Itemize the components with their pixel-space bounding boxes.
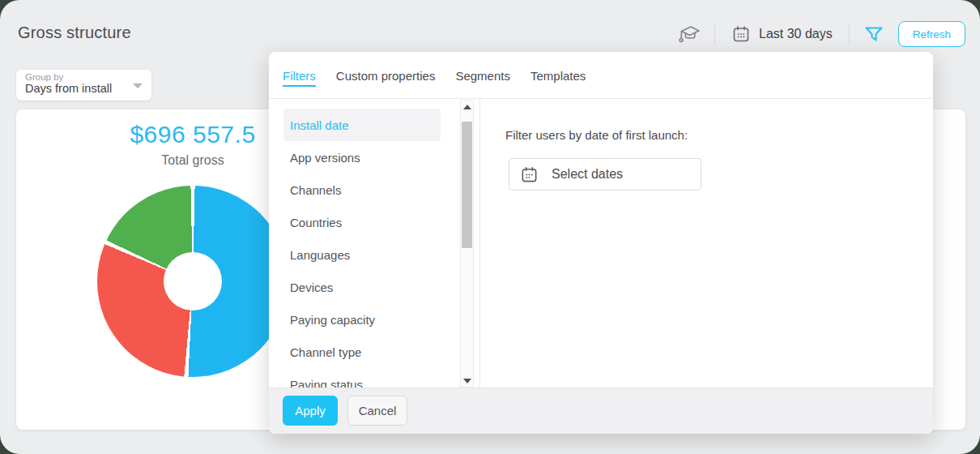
select-dates-button[interactable]: Select dates (509, 158, 701, 191)
filter-funnel-icon[interactable] (861, 21, 887, 47)
tab-segments[interactable]: Segments (455, 64, 510, 87)
group-by-dropdown[interactable]: Group by Days from install (16, 70, 151, 101)
calendar-icon (520, 165, 539, 184)
filter-list-scrollbar[interactable] (460, 100, 474, 388)
scrollbar-track[interactable] (461, 113, 473, 375)
tab-filters[interactable]: Filters (283, 64, 316, 87)
scrollbar-thumb[interactable] (462, 122, 472, 248)
app-window: Gross structure La (0, 0, 980, 454)
filter-item-channel-type[interactable]: Channel type (283, 336, 441, 368)
scroll-up-arrow-icon[interactable] (461, 101, 473, 113)
filter-item-app-versions[interactable]: App versions (283, 141, 441, 173)
date-range-label: Last 30 days (759, 27, 833, 41)
filters-modal: Filters Custom properties Segments Templ… (269, 52, 933, 434)
date-range-picker[interactable]: Last 30 days (726, 24, 837, 44)
donut-hole (164, 252, 222, 311)
filter-item-devices[interactable]: Devices (283, 271, 441, 303)
filter-item-install-date[interactable]: Install date (283, 109, 441, 141)
filter-item-countries[interactable]: Countries (283, 206, 441, 238)
modal-footer: Apply Cancel (269, 388, 933, 434)
filter-item-languages[interactable]: Languages (283, 238, 441, 271)
gross-structure-donut-chart[interactable] (97, 186, 288, 377)
filter-item-paying-capacity[interactable]: Paying capacity (283, 303, 441, 336)
filter-category-list: Install date App versions Channels Count… (283, 109, 441, 388)
refresh-button[interactable]: Refresh (898, 21, 965, 47)
cancel-button[interactable]: Cancel (347, 396, 407, 426)
scroll-down-arrow-icon[interactable] (461, 375, 473, 387)
page-title: Gross structure (18, 24, 131, 42)
modal-tabs: Filters Custom properties Segments Templ… (269, 52, 933, 99)
filter-item-paying-status[interactable]: Paying status (283, 368, 441, 388)
group-by-label: Group by (25, 72, 129, 82)
calendar-icon (731, 24, 751, 44)
chevron-down-icon (133, 84, 143, 88)
filter-description: Filter users by date of first launch: (505, 128, 688, 142)
tab-custom-properties[interactable]: Custom properties (336, 64, 436, 87)
filter-detail-panel: Filter users by date of first launch: Se… (492, 99, 933, 388)
header-toolbar: Last 30 days Refresh (677, 19, 965, 49)
panel-divider (479, 99, 480, 388)
group-by-value: Days from install (25, 82, 129, 95)
filter-item-channels[interactable]: Channels (283, 173, 441, 206)
header-divider (849, 24, 850, 45)
tab-templates[interactable]: Templates (530, 64, 586, 87)
academy-cap-icon[interactable] (677, 21, 703, 47)
select-dates-label: Select dates (552, 167, 623, 182)
apply-button[interactable]: Apply (283, 396, 338, 426)
header-divider (714, 24, 715, 45)
